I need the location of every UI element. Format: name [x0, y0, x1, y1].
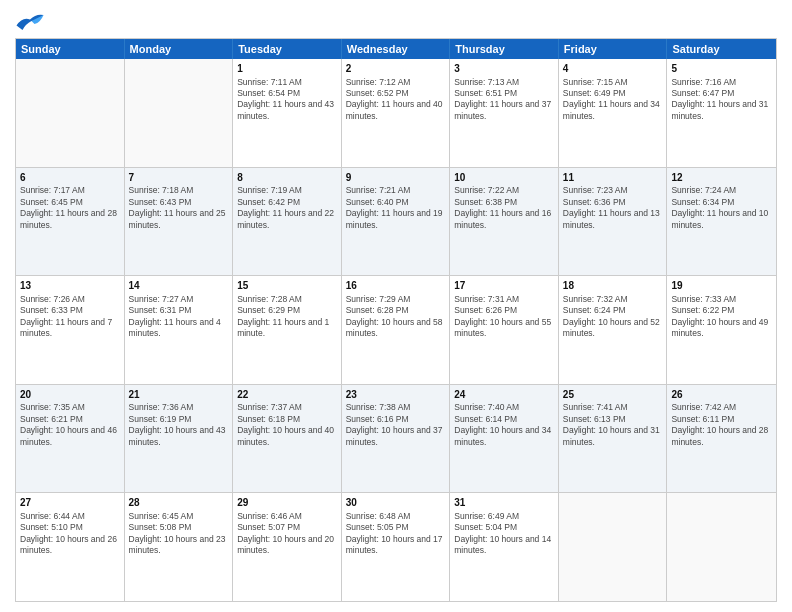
calendar-cell: 15Sunrise: 7:28 AMSunset: 6:29 PMDayligh… [233, 276, 342, 384]
day-info: Sunrise: 7:22 AMSunset: 6:38 PMDaylight:… [454, 185, 554, 231]
header-day-wednesday: Wednesday [342, 39, 451, 59]
day-info: Sunrise: 7:35 AMSunset: 6:21 PMDaylight:… [20, 402, 120, 448]
day-number: 14 [129, 279, 229, 293]
day-number: 1 [237, 62, 337, 76]
day-number: 12 [671, 171, 772, 185]
logo [15, 10, 47, 32]
day-number: 21 [129, 388, 229, 402]
day-info: Sunrise: 6:45 AMSunset: 5:08 PMDaylight:… [129, 511, 229, 557]
header-day-tuesday: Tuesday [233, 39, 342, 59]
day-number: 2 [346, 62, 446, 76]
day-number: 17 [454, 279, 554, 293]
day-number: 18 [563, 279, 663, 293]
day-number: 30 [346, 496, 446, 510]
calendar-cell: 6Sunrise: 7:17 AMSunset: 6:45 PMDaylight… [16, 168, 125, 276]
calendar-cell: 29Sunrise: 6:46 AMSunset: 5:07 PMDayligh… [233, 493, 342, 601]
day-info: Sunrise: 7:26 AMSunset: 6:33 PMDaylight:… [20, 294, 120, 340]
calendar-week-3: 13Sunrise: 7:26 AMSunset: 6:33 PMDayligh… [16, 276, 776, 385]
day-info: Sunrise: 7:19 AMSunset: 6:42 PMDaylight:… [237, 185, 337, 231]
day-info: Sunrise: 7:16 AMSunset: 6:47 PMDaylight:… [671, 77, 772, 123]
day-info: Sunrise: 6:46 AMSunset: 5:07 PMDaylight:… [237, 511, 337, 557]
day-info: Sunrise: 7:17 AMSunset: 6:45 PMDaylight:… [20, 185, 120, 231]
day-info: Sunrise: 7:38 AMSunset: 6:16 PMDaylight:… [346, 402, 446, 448]
calendar-cell: 17Sunrise: 7:31 AMSunset: 6:26 PMDayligh… [450, 276, 559, 384]
day-number: 9 [346, 171, 446, 185]
header-day-thursday: Thursday [450, 39, 559, 59]
calendar-cell [125, 59, 234, 167]
calendar-cell: 1Sunrise: 7:11 AMSunset: 6:54 PMDaylight… [233, 59, 342, 167]
day-info: Sunrise: 7:42 AMSunset: 6:11 PMDaylight:… [671, 402, 772, 448]
day-number: 5 [671, 62, 772, 76]
calendar-cell: 25Sunrise: 7:41 AMSunset: 6:13 PMDayligh… [559, 385, 668, 493]
day-number: 15 [237, 279, 337, 293]
calendar-cell: 10Sunrise: 7:22 AMSunset: 6:38 PMDayligh… [450, 168, 559, 276]
day-info: Sunrise: 7:15 AMSunset: 6:49 PMDaylight:… [563, 77, 663, 123]
calendar-cell: 24Sunrise: 7:40 AMSunset: 6:14 PMDayligh… [450, 385, 559, 493]
day-number: 27 [20, 496, 120, 510]
day-info: Sunrise: 7:23 AMSunset: 6:36 PMDaylight:… [563, 185, 663, 231]
day-number: 28 [129, 496, 229, 510]
day-number: 8 [237, 171, 337, 185]
calendar-cell: 14Sunrise: 7:27 AMSunset: 6:31 PMDayligh… [125, 276, 234, 384]
calendar-cell: 4Sunrise: 7:15 AMSunset: 6:49 PMDaylight… [559, 59, 668, 167]
day-info: Sunrise: 7:41 AMSunset: 6:13 PMDaylight:… [563, 402, 663, 448]
header-day-friday: Friday [559, 39, 668, 59]
calendar-cell: 26Sunrise: 7:42 AMSunset: 6:11 PMDayligh… [667, 385, 776, 493]
day-info: Sunrise: 7:11 AMSunset: 6:54 PMDaylight:… [237, 77, 337, 123]
calendar-cell: 30Sunrise: 6:48 AMSunset: 5:05 PMDayligh… [342, 493, 451, 601]
day-info: Sunrise: 7:40 AMSunset: 6:14 PMDaylight:… [454, 402, 554, 448]
calendar-cell: 7Sunrise: 7:18 AMSunset: 6:43 PMDaylight… [125, 168, 234, 276]
day-info: Sunrise: 7:24 AMSunset: 6:34 PMDaylight:… [671, 185, 772, 231]
calendar-cell: 13Sunrise: 7:26 AMSunset: 6:33 PMDayligh… [16, 276, 125, 384]
page: SundayMondayTuesdayWednesdayThursdayFrid… [0, 0, 792, 612]
day-number: 22 [237, 388, 337, 402]
day-number: 13 [20, 279, 120, 293]
calendar-cell [16, 59, 125, 167]
day-info: Sunrise: 7:13 AMSunset: 6:51 PMDaylight:… [454, 77, 554, 123]
day-number: 6 [20, 171, 120, 185]
day-info: Sunrise: 7:12 AMSunset: 6:52 PMDaylight:… [346, 77, 446, 123]
calendar-cell: 5Sunrise: 7:16 AMSunset: 6:47 PMDaylight… [667, 59, 776, 167]
header [15, 10, 777, 32]
day-number: 29 [237, 496, 337, 510]
day-info: Sunrise: 6:44 AMSunset: 5:10 PMDaylight:… [20, 511, 120, 557]
day-number: 25 [563, 388, 663, 402]
day-number: 31 [454, 496, 554, 510]
calendar-cell: 22Sunrise: 7:37 AMSunset: 6:18 PMDayligh… [233, 385, 342, 493]
calendar-cell: 3Sunrise: 7:13 AMSunset: 6:51 PMDaylight… [450, 59, 559, 167]
calendar-cell: 21Sunrise: 7:36 AMSunset: 6:19 PMDayligh… [125, 385, 234, 493]
calendar-cell: 16Sunrise: 7:29 AMSunset: 6:28 PMDayligh… [342, 276, 451, 384]
day-info: Sunrise: 7:29 AMSunset: 6:28 PMDaylight:… [346, 294, 446, 340]
calendar-week-5: 27Sunrise: 6:44 AMSunset: 5:10 PMDayligh… [16, 493, 776, 601]
calendar-cell: 31Sunrise: 6:49 AMSunset: 5:04 PMDayligh… [450, 493, 559, 601]
calendar-cell: 9Sunrise: 7:21 AMSunset: 6:40 PMDaylight… [342, 168, 451, 276]
day-number: 7 [129, 171, 229, 185]
day-info: Sunrise: 6:49 AMSunset: 5:04 PMDaylight:… [454, 511, 554, 557]
day-number: 10 [454, 171, 554, 185]
day-info: Sunrise: 7:28 AMSunset: 6:29 PMDaylight:… [237, 294, 337, 340]
calendar-cell: 27Sunrise: 6:44 AMSunset: 5:10 PMDayligh… [16, 493, 125, 601]
calendar-cell: 11Sunrise: 7:23 AMSunset: 6:36 PMDayligh… [559, 168, 668, 276]
day-info: Sunrise: 7:36 AMSunset: 6:19 PMDaylight:… [129, 402, 229, 448]
day-info: Sunrise: 6:48 AMSunset: 5:05 PMDaylight:… [346, 511, 446, 557]
day-number: 11 [563, 171, 663, 185]
calendar-cell: 8Sunrise: 7:19 AMSunset: 6:42 PMDaylight… [233, 168, 342, 276]
day-info: Sunrise: 7:21 AMSunset: 6:40 PMDaylight:… [346, 185, 446, 231]
header-day-monday: Monday [125, 39, 234, 59]
calendar-cell: 12Sunrise: 7:24 AMSunset: 6:34 PMDayligh… [667, 168, 776, 276]
day-info: Sunrise: 7:32 AMSunset: 6:24 PMDaylight:… [563, 294, 663, 340]
day-number: 16 [346, 279, 446, 293]
day-number: 23 [346, 388, 446, 402]
logo-bird-icon [15, 10, 45, 32]
calendar-cell: 20Sunrise: 7:35 AMSunset: 6:21 PMDayligh… [16, 385, 125, 493]
day-info: Sunrise: 7:37 AMSunset: 6:18 PMDaylight:… [237, 402, 337, 448]
calendar: SundayMondayTuesdayWednesdayThursdayFrid… [15, 38, 777, 602]
calendar-cell: 23Sunrise: 7:38 AMSunset: 6:16 PMDayligh… [342, 385, 451, 493]
calendar-cell [667, 493, 776, 601]
calendar-week-1: 1Sunrise: 7:11 AMSunset: 6:54 PMDaylight… [16, 59, 776, 168]
calendar-header: SundayMondayTuesdayWednesdayThursdayFrid… [16, 39, 776, 59]
day-number: 3 [454, 62, 554, 76]
calendar-cell: 28Sunrise: 6:45 AMSunset: 5:08 PMDayligh… [125, 493, 234, 601]
day-number: 4 [563, 62, 663, 76]
day-info: Sunrise: 7:33 AMSunset: 6:22 PMDaylight:… [671, 294, 772, 340]
